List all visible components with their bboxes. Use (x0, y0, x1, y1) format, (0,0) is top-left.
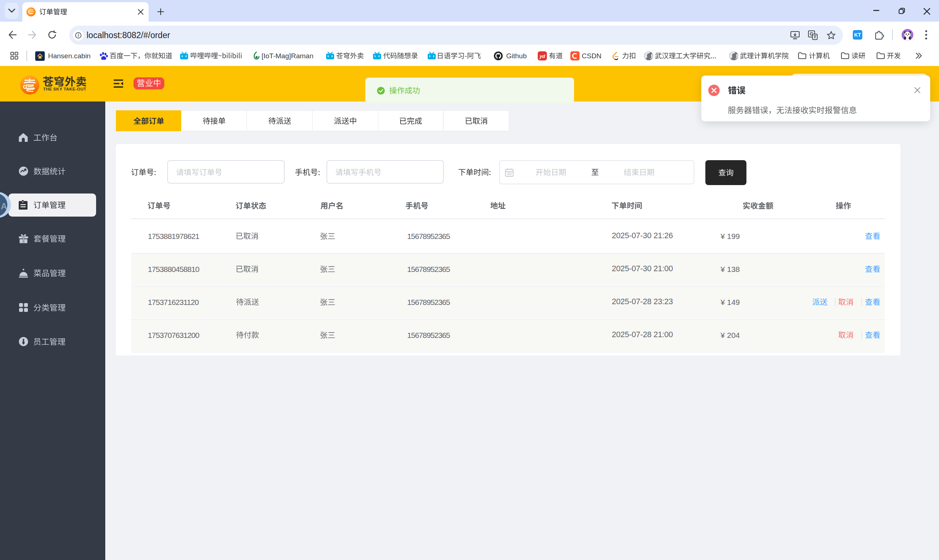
svg-text:yd: yd (539, 54, 546, 59)
